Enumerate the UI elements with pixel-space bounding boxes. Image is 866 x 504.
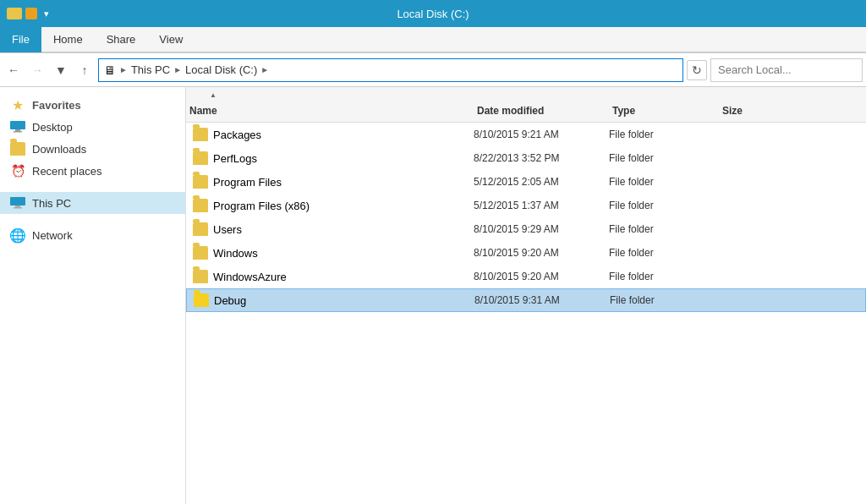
table-row[interactable]: Debug 8/10/2015 9:31 AM File folder <box>186 288 866 312</box>
svg-rect-3 <box>10 197 25 205</box>
title-bar-arrow: ▾ <box>44 8 49 19</box>
file-type: File folder <box>609 271 719 282</box>
folder-icon <box>194 293 209 307</box>
sidebar: ★ Favorites Desktop Downloads ⏰ Recent p… <box>0 87 186 504</box>
file-name: Users <box>213 223 242 236</box>
sidebar-item-recent[interactable]: ⏰ Recent places <box>0 160 185 182</box>
table-row[interactable]: PerfLogs 8/22/2013 3:52 PM File folder <box>186 146 866 170</box>
address-path[interactable]: 🖥 ► This PC ► Local Disk (C:) ► <box>98 58 683 82</box>
file-type: File folder <box>609 176 719 188</box>
file-name-cell: Users <box>186 222 474 236</box>
sidebar-item-network[interactable]: 🌐 Network <box>0 224 185 246</box>
main-layout: ★ Favorites Desktop Downloads ⏰ Recent p… <box>0 87 866 504</box>
file-date: 8/10/2015 9:20 AM <box>474 271 609 282</box>
desktop-label: Desktop <box>32 121 73 134</box>
file-date: 8/22/2013 3:52 PM <box>474 152 609 164</box>
file-date: 8/10/2015 9:21 AM <box>474 129 609 140</box>
file-list-area: ▲ Name Date modified Type Size Packages … <box>186 87 866 504</box>
header-name[interactable]: Name <box>186 99 474 122</box>
table-row[interactable]: WindowsAzure 8/10/2015 9:20 AM File fold… <box>186 265 866 288</box>
tab-view[interactable]: View <box>147 27 195 52</box>
tab-home[interactable]: Home <box>41 27 95 52</box>
file-name-cell: Program Files <box>186 175 474 189</box>
folder-icon <box>193 246 208 260</box>
sort-indicator-row: ▲ <box>186 87 866 99</box>
refresh-button[interactable]: ↻ <box>687 60 707 80</box>
table-row[interactable]: Windows 8/10/2015 9:20 AM File folder <box>186 241 866 265</box>
address-bar: ← → ▼ ↑ 🖥 ► This PC ► Local Disk (C:) ► … <box>0 53 866 87</box>
file-type: File folder <box>609 129 719 140</box>
table-row[interactable]: Program Files 5/12/2015 2:05 AM File fol… <box>186 170 866 194</box>
network-label: Network <box>32 229 73 242</box>
file-name: Program Files <box>213 176 282 189</box>
file-name: Debug <box>214 294 246 307</box>
file-name-cell: PerfLogs <box>186 151 474 165</box>
header-date[interactable]: Date modified <box>474 99 609 122</box>
dropdown-button[interactable]: ▼ <box>51 60 71 80</box>
title-bar: ▾ Local Disk (C:) <box>0 0 866 27</box>
desktop-icon <box>10 119 25 134</box>
tab-file[interactable]: File <box>0 27 41 52</box>
svg-rect-0 <box>10 121 25 129</box>
file-name-cell: Program Files (x86) <box>186 199 474 212</box>
file-name-cell: Packages <box>186 128 474 141</box>
table-row[interactable]: Packages 8/10/2015 9:21 AM File folder <box>186 123 866 146</box>
sidebar-spacer2 <box>0 217 185 224</box>
title-bar-icons: ▾ <box>7 8 49 19</box>
svg-rect-5 <box>14 207 22 209</box>
path-local-disk[interactable]: Local Disk (C:) <box>185 63 257 76</box>
file-date: 8/10/2015 9:20 AM <box>474 247 609 259</box>
network-section: 🌐 Network <box>0 224 185 246</box>
window-title: Local Disk (C:) <box>397 8 469 20</box>
sidebar-item-desktop[interactable]: Desktop <box>0 116 185 138</box>
file-date: 5/12/2015 2:05 AM <box>474 176 609 188</box>
file-name-cell: WindowsAzure <box>186 270 474 283</box>
favorites-label: Favorites <box>32 99 81 112</box>
sort-up-arrow: ▲ <box>210 91 216 99</box>
file-name: Program Files (x86) <box>213 200 310 212</box>
pc-icon <box>10 195 25 211</box>
folder-icon <box>193 151 208 165</box>
file-name: PerfLogs <box>213 152 257 165</box>
file-rows-container: Packages 8/10/2015 9:21 AM File folder P… <box>186 123 866 312</box>
star-icon: ★ <box>10 97 25 112</box>
thispc-section: This PC <box>0 192 185 214</box>
file-type: File folder <box>609 152 719 164</box>
table-row[interactable]: Program Files (x86) 5/12/2015 1:37 AM Fi… <box>186 194 866 217</box>
sidebar-spacer1 <box>0 185 185 192</box>
path-arrow-2: ► <box>173 65 182 74</box>
forward-button[interactable]: → <box>27 60 47 80</box>
folder-icon <box>7 8 22 19</box>
recent-icon: ⏰ <box>10 163 25 178</box>
search-input[interactable] <box>710 58 863 82</box>
sidebar-item-thispc[interactable]: This PC <box>0 192 185 214</box>
file-name: WindowsAzure <box>213 271 287 283</box>
back-button[interactable]: ← <box>3 60 24 80</box>
file-date: 8/10/2015 9:29 AM <box>474 223 609 235</box>
path-icon: 🖥 <box>104 63 116 77</box>
folder-icon <box>193 175 208 189</box>
path-arrow-3: ► <box>260 65 269 74</box>
sidebar-favorites-header: ★ Favorites <box>0 94 185 116</box>
header-size[interactable]: Size <box>719 99 787 122</box>
file-date: 8/10/2015 9:31 AM <box>474 294 610 306</box>
file-name-cell: Windows <box>186 246 474 260</box>
folder-icon <box>193 199 208 212</box>
file-type: File folder <box>609 223 719 235</box>
path-this-pc[interactable]: This PC <box>131 63 170 76</box>
tab-share[interactable]: Share <box>95 27 148 52</box>
svg-rect-1 <box>15 129 20 131</box>
downloads-icon <box>10 141 25 156</box>
thispc-label: This PC <box>32 197 71 210</box>
table-row[interactable]: Users 8/10/2015 9:29 AM File folder <box>186 217 866 241</box>
file-name: Packages <box>213 129 261 141</box>
up-button[interactable]: ↑ <box>74 60 95 80</box>
file-name: Windows <box>213 247 258 260</box>
folder-icon2 <box>25 8 37 19</box>
network-icon: 🌐 <box>10 227 25 243</box>
header-type[interactable]: Type <box>609 99 719 122</box>
file-date: 5/12/2015 1:37 AM <box>474 200 609 211</box>
sidebar-item-downloads[interactable]: Downloads <box>0 138 185 160</box>
folder-icon <box>193 222 208 236</box>
svg-rect-2 <box>14 131 22 133</box>
